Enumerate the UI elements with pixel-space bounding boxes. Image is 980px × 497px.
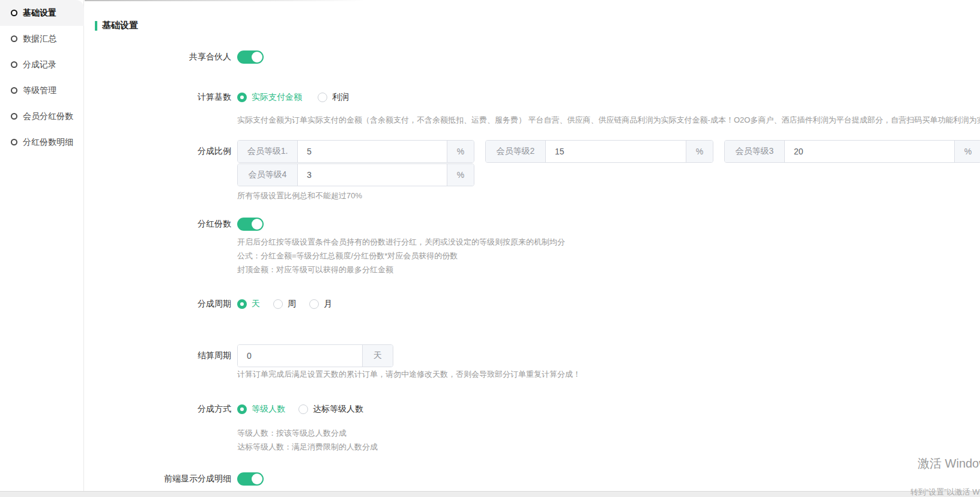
settle-help: 计算订单完成后满足设置天数的累计订单，请勿中途修改天数，否则会导致部分订单重复计… bbox=[237, 370, 581, 378]
panel-top-shadow bbox=[85, 0, 367, 1]
radio-qualified-level-count[interactable]: 达标等级人数 bbox=[298, 404, 363, 415]
sidebar-item-label: 分红份数明细 bbox=[23, 137, 73, 148]
circle-icon bbox=[11, 113, 17, 120]
radio-label: 月 bbox=[324, 299, 332, 309]
share-partner-row: 共享合伙人 bbox=[85, 50, 264, 64]
radio-selected-icon bbox=[237, 299, 247, 309]
ratio-input-level2[interactable] bbox=[546, 141, 686, 162]
radio-label: 等级人数 bbox=[252, 404, 285, 415]
title-accent-bar bbox=[95, 21, 97, 31]
sidebar-item-label: 分成记录 bbox=[23, 59, 56, 70]
day-suffix: 天 bbox=[362, 345, 393, 367]
calc-base-row: 计算基数 实际支付金额 利润 bbox=[85, 91, 349, 103]
ratio-help: 所有等级设置比例总和不能超过70% bbox=[237, 192, 362, 200]
ratio-group-level4: 会员等级4 % bbox=[237, 163, 474, 186]
method-help-2: 达标等级人数：满足消费限制的人数分成 bbox=[237, 443, 378, 451]
sidebar-item-level-management[interactable]: 等级管理 bbox=[0, 78, 84, 103]
windows-activation-watermark-sub: 转到“设置”以激活 Windows。 bbox=[910, 487, 980, 497]
dividend-shares-row: 分红份数 bbox=[85, 218, 264, 231]
ratio-row-2: 会员等级4 % bbox=[85, 163, 474, 186]
radio-unselected-icon bbox=[309, 299, 319, 309]
page-title: 基础设置 bbox=[95, 20, 138, 31]
ratio-prefix: 会员等级4 bbox=[238, 164, 298, 186]
radio-label: 周 bbox=[288, 299, 296, 309]
sidebar-item-label: 会员分红份数 bbox=[23, 111, 73, 122]
sidebar-item-label: 等级管理 bbox=[23, 85, 56, 96]
ratio-group-level2: 会员等级2 % bbox=[485, 140, 713, 163]
ratio-group-level1: 会员等级1. % bbox=[237, 140, 474, 163]
radio-cycle-day[interactable]: 天 bbox=[237, 299, 260, 309]
basic-settings-panel: 基础设置 共享合伙人 计算基数 实际支付金额 利润 实际支付金额为订单实际支付的… bbox=[85, 0, 980, 491]
percent-suffix: % bbox=[954, 141, 980, 162]
ratio-group-level3: 会员等级3 % bbox=[724, 140, 980, 163]
sidebar-item-basic-settings[interactable]: 基础设置 bbox=[0, 0, 84, 26]
radio-selected-icon bbox=[237, 93, 247, 102]
radio-profit[interactable]: 利润 bbox=[318, 92, 349, 103]
radio-label: 利润 bbox=[332, 92, 349, 103]
sidebar-item-label: 基础设置 bbox=[23, 8, 56, 19]
front-display-label: 前端显示分成明细 bbox=[85, 474, 231, 484]
share-partner-label: 共享合伙人 bbox=[85, 52, 231, 63]
percent-suffix: % bbox=[686, 141, 713, 162]
radio-level-count[interactable]: 等级人数 bbox=[237, 404, 285, 415]
method-help-1: 等级人数：按该等级总人数分成 bbox=[237, 429, 346, 437]
sidebar-item-data-summary[interactable]: 数据汇总 bbox=[0, 26, 84, 52]
dividend-shares-toggle[interactable] bbox=[237, 218, 264, 231]
circle-icon bbox=[11, 87, 17, 94]
page-title-text: 基础设置 bbox=[102, 20, 138, 31]
ratio-input-level1[interactable] bbox=[298, 141, 447, 162]
radio-actual-payment[interactable]: 实际支付金额 bbox=[237, 92, 302, 103]
dividend-shares-help-3: 封顶金额：对应等级可以获得的最多分红金额 bbox=[237, 266, 393, 273]
circle-icon bbox=[11, 61, 17, 68]
front-display-toggle[interactable] bbox=[237, 472, 264, 486]
circle-icon bbox=[11, 35, 17, 42]
cycle-row: 分成周期 天 周 月 bbox=[85, 298, 332, 310]
ratio-input-level3[interactable] bbox=[785, 141, 954, 162]
ratio-label: 分成比例 bbox=[85, 146, 231, 157]
settle-row: 结算周期 天 bbox=[85, 344, 393, 367]
radio-unselected-icon bbox=[298, 404, 308, 414]
ratio-row-1: 分成比例 会员等级1. % 会员等级2 % 会员等级3 % bbox=[85, 140, 980, 163]
ratio-input-level4[interactable] bbox=[298, 164, 447, 186]
radio-cycle-month[interactable]: 月 bbox=[309, 299, 332, 309]
circle-icon bbox=[11, 10, 17, 16]
windows-activation-watermark: 激活 Windows bbox=[918, 456, 980, 472]
radio-cycle-week[interactable]: 周 bbox=[273, 299, 296, 309]
front-display-row: 前端显示分成明细 bbox=[85, 472, 264, 486]
dividend-shares-help-2: 公式：分红金额=等级分红总额度/分红份数*对应会员获得的份数 bbox=[237, 252, 458, 260]
radio-label: 天 bbox=[252, 299, 260, 309]
ratio-prefix: 会员等级3 bbox=[725, 141, 785, 162]
settle-label: 结算周期 bbox=[85, 350, 231, 361]
radio-label: 达标等级人数 bbox=[313, 404, 363, 415]
share-partner-toggle[interactable] bbox=[237, 50, 264, 64]
dividend-shares-help-1: 开启后分红按等级设置条件会员持有的份数进行分红，关闭或没设定的等级则按原来的机制… bbox=[237, 238, 565, 246]
method-row: 分成方式 等级人数 达标等级人数 bbox=[85, 403, 363, 415]
sidebar-item-member-dividend-shares[interactable]: 会员分红份数 bbox=[0, 103, 84, 129]
sidebar-item-dividend-share-details[interactable]: 分红份数明细 bbox=[0, 129, 84, 155]
circle-icon bbox=[11, 139, 17, 145]
radio-label: 实际支付金额 bbox=[252, 92, 302, 103]
settle-group: 天 bbox=[237, 344, 393, 367]
cycle-label: 分成周期 bbox=[85, 299, 231, 309]
settle-input[interactable] bbox=[238, 345, 362, 367]
ratio-prefix: 会员等级1. bbox=[238, 141, 298, 162]
sidebar-item-label: 数据汇总 bbox=[23, 34, 56, 44]
dividend-shares-label: 分红份数 bbox=[85, 219, 231, 230]
ratio-prefix: 会员等级2 bbox=[486, 141, 546, 162]
method-label: 分成方式 bbox=[85, 404, 231, 415]
radio-unselected-icon bbox=[318, 93, 327, 102]
calc-base-help: 实际支付金额为订单实际支付的金额（含余额支付，不含余额抵扣、运费、服务费） 平台… bbox=[237, 116, 980, 124]
bottom-strip bbox=[0, 491, 980, 497]
sidebar-item-commission-records[interactable]: 分成记录 bbox=[0, 52, 84, 78]
percent-suffix: % bbox=[447, 164, 474, 186]
settings-sidebar: 基础设置 数据汇总 分成记录 等级管理 会员分红份数 分红份数明细 bbox=[0, 0, 84, 491]
radio-selected-icon bbox=[237, 404, 247, 414]
radio-unselected-icon bbox=[273, 299, 283, 309]
calc-base-label: 计算基数 bbox=[85, 92, 231, 103]
percent-suffix: % bbox=[447, 141, 474, 162]
